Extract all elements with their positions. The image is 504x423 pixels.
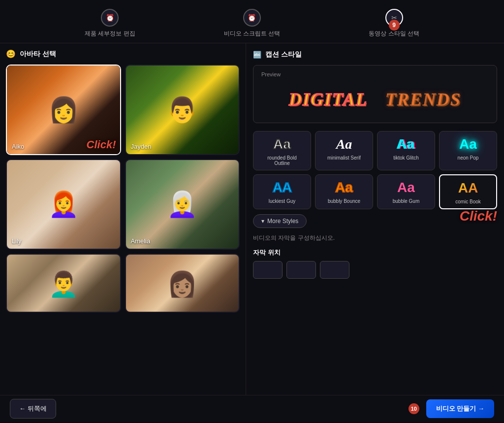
click-badge-aiko: Click! [87, 138, 116, 151]
style-name-minimalist: minimalist Serif [327, 155, 361, 161]
style-card-bubblegum[interactable]: Aa bubble Gum [377, 174, 435, 209]
style-preview-tiktok: Aa [397, 136, 415, 152]
style-preview-comic: AA [458, 180, 478, 196]
step-1-circle: ⏰ [101, 9, 119, 27]
style-card-comic-wrapper: AA comic Book Click! [439, 174, 497, 209]
avatar-img-lily: 👩‍🦰 [7, 160, 120, 249]
position-box-3[interactable] [320, 261, 349, 279]
style-preview-luckiest: AA [273, 180, 291, 195]
preview-trends: TRENDS [385, 90, 461, 109]
position-box-2[interactable] [286, 261, 316, 279]
style-name-bubbly: bubbly Bounce [328, 198, 360, 204]
avatar-panel: 😊 아바타 선택 👩 Aiko Click! 👨 Jayden [0, 43, 246, 395]
avatar-card-lily[interactable]: 👩‍🦰 Lily [6, 159, 121, 250]
style-card-rounded[interactable]: Aa rounded BoldOutline [253, 131, 311, 170]
stepper: ⏰ 제품 세부정보 편집 ⏰ 비디오 스크립트 선택 ✂ 9 동영상 스타일 선… [0, 0, 504, 43]
create-video-button[interactable]: 비디오 만들기 → [426, 399, 494, 418]
style-name-tiktok: tiktok Glitch [393, 155, 419, 161]
avatar-label-lily: Lily [12, 237, 22, 245]
avatar-card-person5[interactable]: 👨‍🦱 [6, 254, 121, 313]
avatar-label-jayden: Jayden [131, 143, 152, 150]
caption-panel: 🔤 캡션 스타일 Preview DIGITAL TRENDS Aa round… [246, 43, 504, 395]
bottom-bar: ← 뒤쪽에 10 비디오 만들기 → [0, 395, 504, 422]
subtitle-position-row [253, 261, 497, 279]
style-preview-neon: Aa [459, 136, 477, 152]
step-3-label: 동영상 스타일 선택 [369, 30, 419, 38]
avatar-panel-title: 아바타 선택 [20, 50, 56, 59]
avatar-img-amelia: 👩‍🦳 [126, 160, 239, 249]
avatar-card-aiko[interactable]: 👩 Aiko Click! [6, 65, 121, 155]
preview-box: Preview DIGITAL TRENDS [253, 65, 497, 123]
style-preview-bubbly: Aa [335, 180, 353, 195]
style-name-neon: neon Pop [458, 155, 479, 161]
caption-icon: 🔤 [253, 51, 261, 59]
style-card-tiktok[interactable]: Aa tiktok Glitch [377, 131, 435, 170]
step-1-label: 제품 세부정보 편집 [85, 30, 135, 38]
caption-panel-title: 캡션 스타일 [265, 50, 302, 59]
subtitle-position-label: 자막 위치 [253, 248, 497, 257]
step-2[interactable]: ⏰ 비디오 스크립트 선택 [224, 9, 281, 38]
avatar-img-jayden: 👨 [126, 65, 239, 154]
create-button-label: 비디오 만들기 → [436, 404, 484, 413]
chevron-down-icon: ▾ [261, 218, 264, 225]
style-card-comic[interactable]: AA comic Book [439, 174, 497, 209]
back-button[interactable]: ← 뒤쪽에 [10, 399, 56, 419]
avatar-img-person6: 👩🏽 [126, 255, 239, 313]
style-name-rounded: rounded BoldOutline [267, 155, 297, 166]
back-button-label: ← 뒤쪽에 [19, 404, 47, 413]
step-2-circle: ⏰ [243, 9, 261, 27]
style-name-comic: comic Book [455, 199, 481, 204]
preview-label: Preview [261, 71, 489, 77]
preview-digital: DIGITAL [289, 90, 368, 109]
style-card-neon[interactable]: Aa neon Pop [439, 131, 497, 170]
style-card-minimalist[interactable]: Aa minimalist Serif [315, 131, 373, 170]
avatar-panel-header: 😊 아바타 선택 [6, 49, 240, 59]
avatar-card-amelia[interactable]: 👩‍🦳 Amelia [125, 159, 240, 250]
step-3-badge: 9 [389, 20, 400, 31]
position-box-1[interactable] [253, 261, 283, 279]
style-preview-minimalist: Aa [336, 136, 352, 152]
more-styles-button[interactable]: ▾ More Styles [253, 214, 307, 228]
style-card-bubbly[interactable]: Aa bubbly Bounce [315, 174, 373, 209]
style-name-luckiest: luckiest Guy [269, 198, 295, 204]
step-10-badge: 10 [409, 403, 419, 414]
step-3[interactable]: ✂ 9 동영상 스타일 선택 [369, 9, 419, 38]
style-grid: Aa rounded BoldOutline Aa minimalist Ser… [253, 131, 497, 209]
style-preview-rounded: Aa [273, 136, 291, 152]
more-styles-label: More Styles [267, 218, 298, 225]
style-card-luckiest[interactable]: AA luckiest Guy [253, 174, 311, 209]
avatar-icon: 😊 [6, 49, 16, 59]
style-name-bubblegum: bubble Gum [393, 198, 419, 204]
click-badge-comic: Click! [460, 208, 497, 224]
step-2-label: 비디오 스크립트 선택 [224, 30, 281, 38]
avatar-grid: 👩 Aiko Click! 👨 Jayden 👩‍🦰 Lily [6, 65, 240, 313]
preview-text: DIGITAL TRENDS [261, 82, 489, 117]
avatar-card-jayden[interactable]: 👨 Jayden [125, 65, 240, 155]
caption-panel-header: 🔤 캡션 스타일 [253, 50, 497, 59]
avatar-label-aiko: Aiko [12, 143, 24, 150]
avatar-img-person5: 👨‍🦱 [7, 255, 120, 313]
main-content: 😊 아바타 선택 👩 Aiko Click! 👨 Jayden [0, 43, 504, 395]
avatar-label-amelia: Amelia [131, 237, 151, 245]
avatar-card-person6[interactable]: 👩🏽 [125, 254, 240, 313]
config-text: 비디오의 자막을 구성하십시오. [253, 234, 497, 242]
step-1[interactable]: ⏰ 제품 세부정보 편집 [85, 9, 135, 38]
style-preview-bubblegum: Aa [397, 180, 415, 195]
